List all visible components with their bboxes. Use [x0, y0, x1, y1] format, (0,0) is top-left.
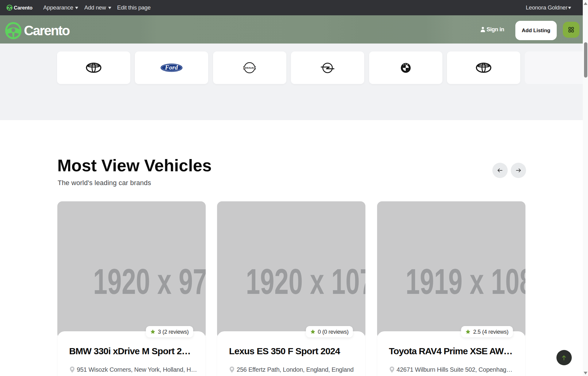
svg-text:NISSAN: NISSAN: [243, 66, 256, 69]
svg-text:Ford: Ford: [165, 64, 178, 71]
